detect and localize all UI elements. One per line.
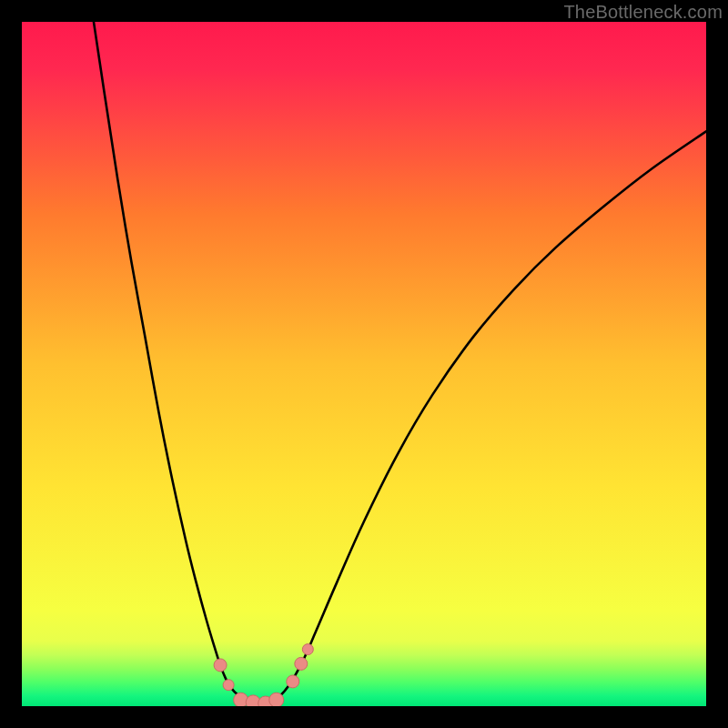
marker-point <box>269 693 284 706</box>
marker-point <box>295 657 308 670</box>
marker-point <box>287 675 299 688</box>
marker-point <box>302 644 313 655</box>
marker-point <box>223 680 234 691</box>
plot-frame <box>22 22 706 706</box>
bottleneck-chart <box>22 22 706 706</box>
gradient-background <box>22 22 706 706</box>
marker-point <box>214 659 227 672</box>
watermark-text: TheBottleneck.com <box>563 2 723 23</box>
